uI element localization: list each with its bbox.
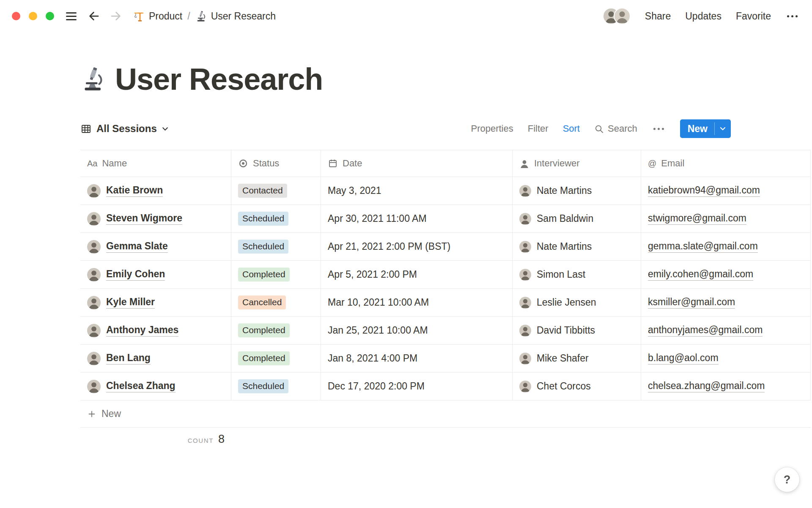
favorite-button[interactable]: Favorite — [736, 11, 771, 22]
date-cell[interactable]: Apr 5, 2021 2:00 PM — [321, 261, 513, 288]
new-button-dropdown[interactable] — [715, 119, 731, 138]
interviewer-cell[interactable]: Nate Martins — [513, 177, 641, 204]
column-header-name[interactable]: Aa Name — [80, 150, 231, 177]
date-cell[interactable]: May 3, 2021 — [321, 177, 513, 204]
view-options-icon[interactable] — [652, 126, 666, 132]
status-cell[interactable]: Scheduled — [231, 205, 321, 232]
status-cell[interactable]: Scheduled — [231, 233, 321, 260]
name-cell[interactable]: Steven Wigmore — [80, 205, 231, 232]
forward-arrow-icon[interactable] — [110, 10, 122, 22]
status-badge[interactable]: Cancelled — [238, 295, 286, 309]
name-cell[interactable]: Emily Cohen — [80, 261, 231, 288]
page-link[interactable]: Emily Cohen — [106, 268, 165, 281]
email-link[interactable]: anthonyjames@gmail.com — [648, 324, 763, 337]
status-badge[interactable]: Contacted — [238, 184, 287, 197]
column-header-date[interactable]: Date — [321, 150, 513, 177]
email-link[interactable]: gemma.slate@gmail.com — [648, 240, 758, 253]
email-link[interactable]: emily.cohen@gmail.com — [648, 268, 753, 281]
date-cell[interactable]: Apr 30, 2021 11:00 AM — [321, 205, 513, 232]
table-row[interactable]: Emily Cohen Completed Apr 5, 2021 2:00 P… — [80, 261, 811, 289]
email-link[interactable]: b.lang@aol.com — [648, 352, 719, 364]
close-window-button[interactable] — [12, 12, 20, 20]
date-cell[interactable]: Jan 8, 2021 4:00 PM — [321, 345, 513, 372]
interviewer-cell[interactable]: Sam Baldwin — [513, 205, 641, 232]
email-cell[interactable]: chelsea.zhang@gmail.com — [641, 373, 811, 400]
page-link[interactable]: Chelsea Zhang — [106, 380, 176, 392]
page-icon-microscope[interactable] — [80, 66, 106, 92]
page-link[interactable]: Ben Lang — [106, 352, 151, 364]
column-header-interviewer[interactable]: Interviewer — [513, 150, 641, 177]
new-row-button[interactable]: New — [80, 400, 811, 428]
date-cell[interactable]: Apr 21, 2021 2:00 PM (BST) — [321, 233, 513, 260]
count-footer[interactable]: COUNT 8 — [80, 433, 231, 446]
interviewer-cell[interactable]: Mike Shafer — [513, 345, 641, 372]
table-row[interactable]: Ben Lang Completed Jan 8, 2021 4:00 PM M… — [80, 345, 811, 373]
updates-button[interactable]: Updates — [685, 11, 721, 22]
status-cell[interactable]: Cancelled — [231, 289, 321, 316]
status-cell[interactable]: Completed — [231, 261, 321, 288]
table-row[interactable]: Chelsea Zhang Scheduled Dec 17, 2020 2:0… — [80, 373, 811, 400]
name-cell[interactable]: Katie Brown — [80, 177, 231, 204]
page-link[interactable]: Steven Wigmore — [106, 213, 182, 225]
interviewer-cell[interactable]: Leslie Jensen — [513, 289, 641, 316]
status-badge[interactable]: Completed — [238, 268, 290, 281]
interviewer-cell[interactable]: David Tibbitts — [513, 317, 641, 344]
minimize-window-button[interactable] — [29, 12, 37, 20]
email-link[interactable]: chelsea.zhang@gmail.com — [648, 380, 765, 392]
status-cell[interactable]: Contacted — [231, 177, 321, 204]
name-cell[interactable]: Kyle Miller — [80, 289, 231, 316]
page-link[interactable]: Katie Brown — [106, 185, 163, 197]
new-button[interactable]: New — [680, 119, 714, 138]
email-link[interactable]: stwigmore@gmail.com — [648, 213, 746, 225]
table-row[interactable]: Katie Brown Contacted May 3, 2021 Nate M… — [80, 177, 811, 205]
view-switcher-all-sessions[interactable]: All Sessions — [80, 123, 169, 135]
email-cell[interactable]: b.lang@aol.com — [641, 345, 811, 372]
email-link[interactable]: ksmiller@gmail.com — [648, 296, 735, 309]
email-link[interactable]: katiebrown94@gmail.com — [648, 185, 760, 197]
name-cell[interactable]: Chelsea Zhang — [80, 373, 231, 400]
table-row[interactable]: Anthony James Completed Jan 25, 2021 10:… — [80, 317, 811, 345]
table-row[interactable]: Steven Wigmore Scheduled Apr 30, 2021 11… — [80, 205, 811, 233]
zoom-window-button[interactable] — [46, 12, 54, 20]
date-cell[interactable]: Mar 10, 2021 10:00 AM — [321, 289, 513, 316]
help-button[interactable]: ? — [775, 467, 799, 492]
table-row[interactable]: Gemma Slate Scheduled Apr 21, 2021 2:00 … — [80, 233, 811, 261]
email-cell[interactable]: gemma.slate@gmail.com — [641, 233, 811, 260]
column-header-email[interactable]: @ Email — [641, 150, 811, 177]
name-cell[interactable]: Ben Lang — [80, 345, 231, 372]
status-badge[interactable]: Scheduled — [238, 379, 288, 393]
date-cell[interactable]: Jan 25, 2021 10:00 AM — [321, 317, 513, 344]
page-link[interactable]: Anthony James — [106, 324, 178, 337]
email-cell[interactable]: ksmiller@gmail.com — [641, 289, 811, 316]
interviewer-cell[interactable]: Chet Corcos — [513, 373, 641, 400]
email-cell[interactable]: anthonyjames@gmail.com — [641, 317, 811, 344]
sort-button[interactable]: Sort — [563, 123, 580, 134]
email-cell[interactable]: katiebrown94@gmail.com — [641, 177, 811, 204]
status-badge[interactable]: Completed — [238, 323, 290, 337]
filter-button[interactable]: Filter — [528, 123, 549, 134]
status-badge[interactable]: Scheduled — [238, 212, 288, 225]
back-arrow-icon[interactable] — [88, 10, 100, 22]
collaborator-avatars[interactable] — [604, 8, 631, 25]
date-cell[interactable]: Dec 17, 2020 2:00 PM — [321, 373, 513, 400]
table-row[interactable]: Kyle Miller Cancelled Mar 10, 2021 10:00… — [80, 289, 811, 317]
status-badge[interactable]: Completed — [238, 351, 290, 365]
status-cell[interactable]: Scheduled — [231, 373, 321, 400]
share-button[interactable]: Share — [645, 11, 671, 22]
page-link[interactable]: Kyle Miller — [106, 296, 155, 309]
name-cell[interactable]: Anthony James — [80, 317, 231, 344]
status-cell[interactable]: Completed — [231, 345, 321, 372]
column-header-status[interactable]: Status — [231, 150, 321, 177]
more-options-icon[interactable] — [785, 14, 799, 19]
name-cell[interactable]: Gemma Slate — [80, 233, 231, 260]
status-badge[interactable]: Scheduled — [238, 240, 288, 253]
breadcrumb-item-user-research[interactable]: User Research — [195, 11, 276, 22]
interviewer-cell[interactable]: Nate Martins — [513, 233, 641, 260]
search-button[interactable]: Search — [594, 123, 637, 134]
page-link[interactable]: Gemma Slate — [106, 240, 168, 253]
interviewer-cell[interactable]: Simon Last — [513, 261, 641, 288]
email-cell[interactable]: stwigmore@gmail.com — [641, 205, 811, 232]
page-title[interactable]: User Research — [115, 62, 323, 97]
sidebar-toggle-icon[interactable] — [66, 12, 77, 20]
status-cell[interactable]: Completed — [231, 317, 321, 344]
